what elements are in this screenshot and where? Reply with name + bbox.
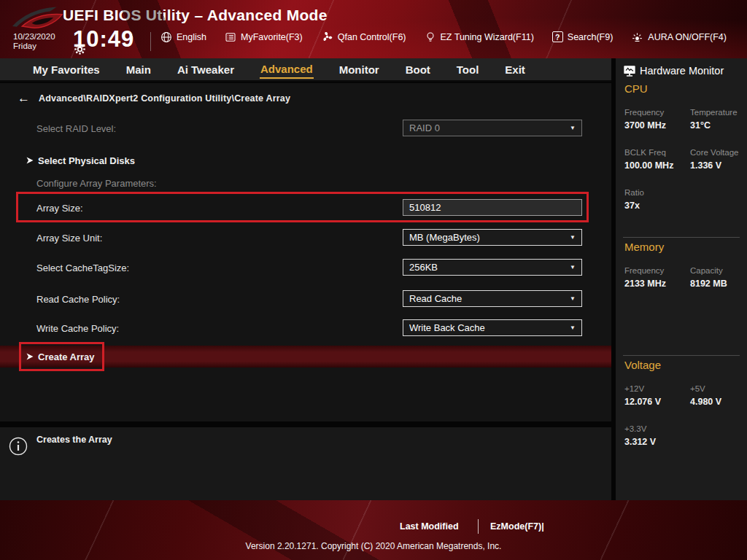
field-row-array-size-unit: Array Size Unit: MB (MegaBytes) ▼ (0, 229, 611, 246)
footer-divider (478, 519, 479, 534)
field-row-raid-level: Select RAID Level: RAID 0 ▼ (0, 120, 611, 137)
field-row-read-cache-policy: Read Cache Policy: Read Cache ▼ (0, 290, 611, 308)
caret-down-icon: ▼ (570, 264, 576, 271)
quick-access-bar: English MyFavorite(F3) Qfan Control(F6) … (160, 31, 745, 43)
raid-level-select[interactable]: RAID 0 ▼ (403, 120, 582, 136)
search-button[interactable]: ? Search(F9) (552, 31, 614, 42)
caret-down-icon: ▼ (570, 125, 576, 131)
stat-value: 1.336 V (690, 160, 743, 171)
ez-tuning-wizard-button[interactable]: EZ Tuning Wizard(F11) (425, 31, 534, 43)
stat-label: Frequency (624, 108, 690, 117)
stat-label: Capacity (690, 266, 743, 275)
date-text: 10/23/2020 (13, 32, 55, 42)
monitor-icon (623, 64, 636, 77)
lightbulb-icon (425, 31, 436, 43)
caret-down-icon: ▼ (570, 234, 576, 241)
tab-boot[interactable]: Boot (405, 61, 431, 78)
tab-tool[interactable]: Tool (456, 61, 480, 78)
tab-advanced[interactable]: Advanced (260, 61, 314, 79)
array-size-input[interactable] (403, 199, 582, 216)
back-arrow-icon[interactable]: ← (18, 92, 30, 104)
favorites-list-icon (225, 31, 236, 43)
cpu-section-title: CPU (624, 82, 648, 95)
qfan-label: Qfan Control(F6) (338, 32, 406, 42)
cache-tag-size-select[interactable]: 256KB ▼ (403, 259, 582, 276)
caret-down-icon: ▼ (570, 295, 576, 302)
ezmode-button[interactable]: EzMode(F7)| (490, 521, 544, 532)
field-row-cache-tag-size: Select CacheTagSize: 256KB ▼ (0, 259, 611, 276)
tab-ai-tweaker[interactable]: Ai Tweaker (177, 61, 235, 78)
field-row-write-cache-policy: Write Cache Policy: Write Back Cache ▼ (0, 319, 611, 337)
quickbar-divider (150, 32, 151, 51)
ez-tuning-label: EZ Tuning Wizard(F11) (441, 32, 534, 42)
myfavorite-button[interactable]: MyFavorite(F3) (225, 31, 303, 43)
stat-value: 100.00 MHz (624, 160, 690, 171)
sidebar-divider (623, 237, 740, 238)
hardware-monitor-title: Hardware Monitor (640, 65, 724, 77)
memory-stats-row: Frequency2133 MHz Capacity8192 MB (624, 266, 743, 289)
write-cache-policy-select[interactable]: Write Back Cache ▼ (403, 319, 582, 336)
aura-toggle-button[interactable]: AURA ON/OFF(F4) (631, 31, 727, 43)
read-cache-policy-value: Read Cache (409, 293, 567, 304)
rog-logo (10, 1, 64, 35)
stat-label: Core Voltage (690, 148, 743, 157)
cpu-stats-row: BCLK Freq100.00 MHz Core Voltage1.336 V (624, 148, 743, 171)
stat-label: +12V (624, 384, 690, 393)
info-icon (9, 437, 28, 456)
stat-label: Temperature (690, 108, 743, 117)
stat-label: BCLK Freq (624, 148, 690, 157)
field-row-array-size: Array Size: (0, 199, 611, 217)
last-modified-button[interactable]: Last Modified (400, 521, 459, 532)
tab-exit[interactable]: Exit (504, 61, 526, 78)
gear-icon[interactable] (74, 44, 136, 55)
tab-my-favorites[interactable]: My Favorites (32, 61, 101, 78)
hardware-monitor-header: Hardware Monitor (623, 64, 724, 77)
read-cache-policy-select[interactable]: Read Cache ▼ (403, 290, 582, 307)
stat-label: +5V (690, 384, 743, 393)
language-button[interactable]: English (160, 31, 206, 43)
menu-item-select-physical-disks[interactable]: Select Physical Disks (0, 152, 611, 168)
stat-value: 3.312 V (624, 437, 690, 447)
menu-item-create-array[interactable]: Create Array (0, 346, 611, 368)
raid-level-value: RAID 0 (409, 122, 567, 133)
search-label: Search(F9) (568, 32, 614, 42)
cpu-stats-row: Frequency3700 MHz Temperature31°C (624, 108, 743, 131)
caret-down-icon: ▼ (570, 324, 576, 331)
raid-level-label: Select RAID Level: (36, 120, 116, 137)
array-size-label: Array Size: (36, 199, 83, 217)
hardware-monitor-panel: Hardware Monitor CPU Frequency3700 MHz T… (616, 58, 747, 500)
stat-value: 37x (624, 201, 690, 211)
sidebar-divider (623, 355, 740, 356)
array-size-unit-label: Array Size Unit: (36, 229, 102, 246)
configure-array-parameters-header: Configure Array Parameters: (36, 178, 157, 189)
bios-screen: UEFI BIOS Utility – Advanced Mode 10/23/… (0, 0, 747, 560)
create-array-label: Create Array (38, 351, 95, 362)
array-size-unit-select[interactable]: MB (MegaBytes) ▼ (403, 229, 582, 246)
aura-lamp-icon (631, 31, 643, 43)
globe-icon (160, 31, 172, 43)
voltage-section-title: Voltage (624, 359, 661, 371)
version-text: Version 2.20.1271. Copyright (C) 2020 Am… (0, 541, 747, 551)
date-display: 10/23/2020 Friday (13, 32, 55, 51)
tab-main[interactable]: Main (125, 61, 152, 78)
tab-monitor[interactable]: Monitor (338, 61, 380, 78)
submenu-arrow-icon (26, 157, 34, 164)
qfan-control-button[interactable]: Qfan Control(F6) (321, 31, 406, 43)
day-text: Friday (13, 42, 55, 51)
aura-label: AURA ON/OFF(F4) (648, 32, 727, 42)
question-icon: ? (552, 31, 563, 42)
array-size-unit-value: MB (MegaBytes) (409, 232, 567, 243)
help-text: Creates the Array (36, 435, 112, 445)
cache-tag-size-label: Select CacheTagSize: (36, 259, 129, 276)
cache-tag-size-value: 256KB (409, 262, 567, 273)
help-panel: Creates the Array (0, 427, 611, 500)
memory-section-title: Memory (624, 241, 664, 253)
footer-bar: Last Modified EzMode(F7)| Version 2.20.1… (0, 500, 747, 560)
title-bar: UEFI BIOS Utility – Advanced Mode 10/23/… (0, 0, 747, 58)
main-menu-bar: My Favorites Main Ai Tweaker Advanced Mo… (0, 58, 611, 82)
voltage-stats-row: +12V12.076 V +5V4.980 V (624, 384, 743, 407)
stat-label: Ratio (624, 188, 690, 197)
stat-value: 2133 MHz (624, 279, 690, 289)
stat-label: Frequency (624, 266, 690, 275)
write-cache-policy-label: Write Cache Policy: (36, 319, 119, 337)
